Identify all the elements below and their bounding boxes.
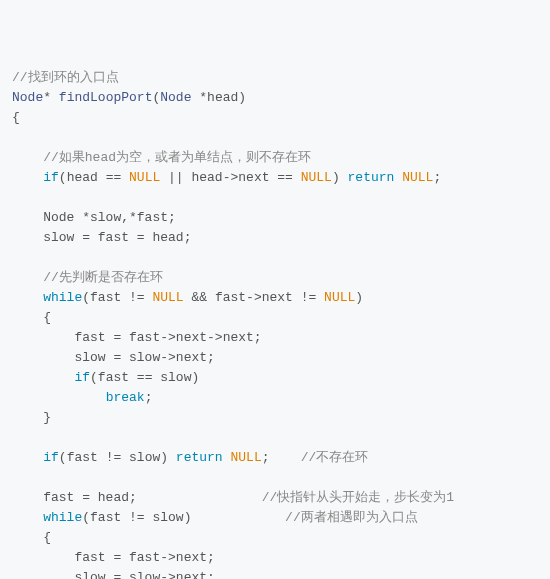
code-line: if(head == NULL || head->next == NULL) r… [12,168,538,188]
code-line: //找到环的入口点 [12,68,538,88]
token-plain: { [12,110,20,125]
token-plain: slow = fast = head; [12,230,191,245]
token-comment: //先判断是否存在环 [43,270,163,285]
token-plain: { [12,310,51,325]
code-line: { [12,308,538,328]
token-null: NULL [324,290,355,305]
token-keyword: if [74,370,90,385]
token-plain [12,270,43,285]
token-plain: slow = slow->next; [12,570,215,579]
code-line [12,188,538,208]
token-type: Node [12,90,43,105]
token-plain: (fast != slow) [59,450,176,465]
token-plain [12,390,106,405]
code-line: } [12,408,538,428]
code-line [12,128,538,148]
token-null: NULL [152,290,183,305]
code-line: while(fast != NULL && fast->next != NULL… [12,288,538,308]
code-block: //找到环的入口点Node* findLoopPort(Node *head){… [12,68,538,579]
token-plain [12,510,43,525]
token-plain: ; [262,450,301,465]
code-line [12,248,538,268]
code-line: { [12,528,538,548]
token-plain: ) [332,170,348,185]
token-comment: //快指针从头开始走，步长变为1 [262,490,454,505]
token-comment: //如果head为空，或者为单结点，则不存在环 [43,150,311,165]
code-line [12,468,538,488]
code-line: Node* findLoopPort(Node *head) [12,88,538,108]
token-keyword: if [43,170,59,185]
code-line: break; [12,388,538,408]
token-comment: //找到环的入口点 [12,70,119,85]
token-plain [394,170,402,185]
token-plain: } [12,410,51,425]
token-plain: ; [145,390,153,405]
token-plain: Node *slow,*fast; [12,210,176,225]
token-plain: (fast == slow) [90,370,199,385]
token-type: findLoopPort [59,90,153,105]
code-line: { [12,108,538,128]
token-comment: //两者相遇即为入口点 [285,510,418,525]
code-line: if(fast == slow) [12,368,538,388]
token-null: NULL [230,450,261,465]
token-null: NULL [301,170,332,185]
token-plain: fast = fast->next->next; [12,330,262,345]
token-null: NULL [402,170,433,185]
token-plain [12,150,43,165]
token-keyword: return [348,170,395,185]
token-plain: ) [355,290,363,305]
token-plain: { [12,530,51,545]
token-plain: fast = head; [12,490,262,505]
token-plain: slow = slow->next; [12,350,215,365]
token-keyword: if [43,450,59,465]
token-keyword: break [106,390,145,405]
code-line: fast = fast->next; [12,548,538,568]
token-plain: ; [433,170,441,185]
token-plain: *head) [191,90,246,105]
token-plain: || head->next == [160,170,300,185]
token-plain [12,170,43,185]
token-keyword: while [43,510,82,525]
code-line: fast = head; //快指针从头开始走，步长变为1 [12,488,538,508]
code-line: while(fast != slow) //两者相遇即为入口点 [12,508,538,528]
token-plain: (fast != [82,290,152,305]
token-plain [12,290,43,305]
token-plain [12,450,43,465]
code-line: slow = slow->next; [12,348,538,368]
code-line: //先判断是否存在环 [12,268,538,288]
token-comment: //不存在环 [301,450,369,465]
token-plain: && fast->next != [184,290,324,305]
code-line: slow = slow->next; [12,568,538,579]
token-type: Node [160,90,191,105]
code-line: slow = fast = head; [12,228,538,248]
code-line: fast = fast->next->next; [12,328,538,348]
token-plain [12,370,74,385]
code-line: //如果head为空，或者为单结点，则不存在环 [12,148,538,168]
token-plain: (fast != slow) [82,510,285,525]
code-line: Node *slow,*fast; [12,208,538,228]
token-keyword: return [176,450,223,465]
code-line [12,428,538,448]
token-plain: (head == [59,170,129,185]
token-null: NULL [129,170,160,185]
token-plain: * [43,90,59,105]
token-plain: fast = fast->next; [12,550,215,565]
code-line: if(fast != slow) return NULL; //不存在环 [12,448,538,468]
token-keyword: while [43,290,82,305]
